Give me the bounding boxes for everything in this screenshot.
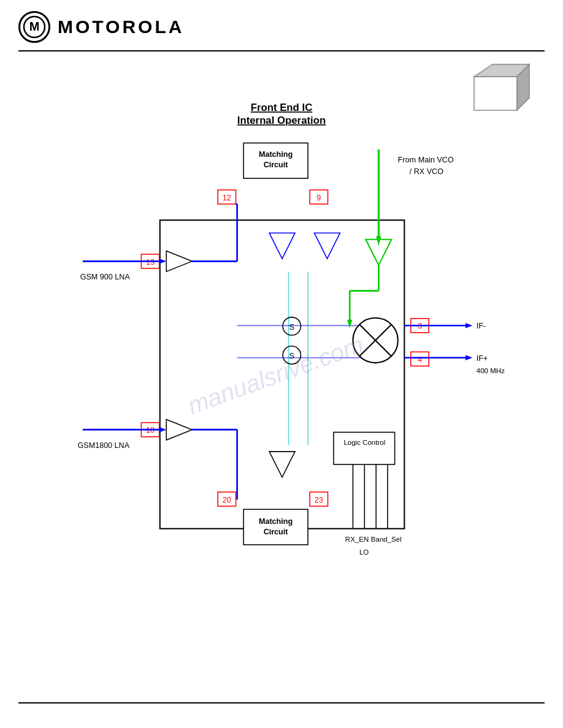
lo-label: LO	[359, 548, 369, 556]
atten-blue-top1	[269, 233, 295, 259]
matching-circuit-bottom-label1: Matching	[259, 517, 293, 526]
amp-gsm1800	[166, 419, 192, 440]
gsm900-label: GSM 900 LNA	[80, 273, 131, 281]
from-vco-label2: / RX VCO	[410, 167, 443, 176]
atten-bottom	[269, 452, 295, 477]
matching-circuit-bottom-label2: Circuit	[264, 528, 289, 536]
header-divider	[18, 50, 545, 51]
gsm1800-input-arrow	[159, 427, 167, 432]
if-minus-label: IF-	[477, 322, 486, 331]
gsm900-input-arrow	[159, 259, 167, 264]
pin20-label: 20	[223, 496, 231, 504]
pin23-label: 23	[315, 496, 323, 504]
footer-divider	[18, 702, 545, 703]
from-vco-label1: From Main VCO	[398, 156, 454, 164]
gsm1800-label: GSM1800 LNA	[77, 441, 129, 450]
diagram-title-line1: Front End IC	[251, 102, 313, 113]
pin9-label: 9	[316, 194, 321, 202]
circuit-diagram: Front End IC Internal Operation Matching…	[18, 55, 545, 668]
svg-text:M: M	[29, 20, 40, 33]
matching-circuit-top-label2: Circuit	[264, 161, 289, 169]
matching-circuit-top-label1: Matching	[259, 150, 293, 159]
motorola-logo-circle: M	[18, 11, 50, 43]
watermark-text: manualsrive.com	[184, 331, 367, 419]
if-plus-label: IF+	[477, 354, 488, 363]
pin12-label: 12	[223, 194, 231, 202]
if-minus-arrow	[465, 323, 473, 328]
rx-en-label: RX_EN	[345, 536, 369, 543]
if-plus-arrow	[465, 355, 473, 360]
pin4-label: 4	[418, 355, 422, 364]
atten-blue-top2	[314, 233, 340, 259]
logic-control-label1: Logic Control	[343, 439, 385, 446]
lo-green-arrow1	[376, 236, 381, 246]
freq-label: 400 MHz	[477, 367, 505, 374]
brand-name: MOTOROLA	[58, 17, 184, 37]
matching-circuit-bottom-box	[243, 509, 308, 545]
amp-gsm900	[166, 251, 192, 272]
logic-control-box	[334, 432, 395, 464]
band-sel-label: Band_Sel	[371, 536, 402, 543]
lo-green-arrow2	[347, 320, 352, 328]
header: M MOTOROLA	[18, 11, 184, 43]
diagram-title-line2: Internal Operation	[237, 115, 326, 126]
s-label-top: S	[289, 323, 294, 332]
